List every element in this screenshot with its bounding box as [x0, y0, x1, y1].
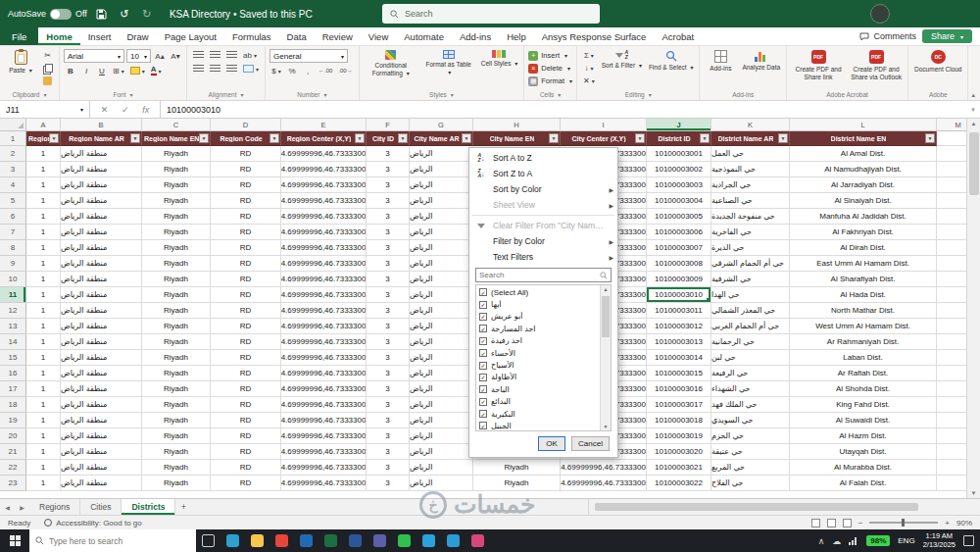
checkbox-checked-icon[interactable]: ✓	[479, 313, 487, 321]
sheet-tab-cities[interactable]: Cities	[80, 499, 122, 515]
format-cells-button[interactable]: ▦Format▾	[528, 75, 572, 87]
taskbar-app-folder[interactable]	[245, 534, 270, 547]
cell[interactable]: منطقة الرياض	[61, 240, 142, 256]
zoom-level[interactable]: 90%	[956, 519, 972, 527]
cell[interactable]: Riyadh	[142, 428, 211, 444]
cell[interactable]: 3	[367, 381, 410, 397]
cell[interactable]: 3	[367, 476, 410, 491]
cell[interactable]: [24.69999996,46.73333003]	[281, 303, 367, 319]
cell[interactable]: الرياض	[410, 476, 473, 491]
cell[interactable]: RD	[211, 476, 281, 491]
new-sheet-button[interactable]: +	[175, 499, 191, 515]
column-header-c[interactable]: C	[142, 119, 211, 131]
clear-button[interactable]: ✕▾	[581, 75, 597, 86]
taskbar-app-outlook[interactable]	[294, 534, 318, 547]
cell[interactable]: 1	[26, 146, 61, 162]
bold-button[interactable]: B	[64, 65, 77, 76]
insert-function-icon[interactable]: fx	[142, 105, 149, 115]
filter-value-item[interactable]: ✓الأطاولة	[477, 372, 599, 383]
cell[interactable]: 1	[26, 460, 61, 476]
vertical-scrollbar[interactable]: ▲▼	[966, 119, 980, 498]
wifi-icon[interactable]	[849, 537, 858, 545]
cell[interactable]: Al Shohda Dist.	[790, 381, 937, 397]
taskbar-app-chrome[interactable]	[270, 534, 294, 547]
notification-center-icon[interactable]	[963, 535, 974, 546]
share-button[interactable]: Share▾	[922, 29, 972, 43]
align-right-button[interactable]	[224, 63, 239, 75]
cell[interactable]: 3	[367, 256, 410, 272]
align-middle-button[interactable]	[208, 49, 222, 61]
cell[interactable]: [24.69999996,46.73333003]	[561, 460, 647, 476]
formula-input[interactable]: 10100003010	[161, 101, 966, 118]
cell[interactable]: 3	[367, 146, 410, 162]
addins-button[interactable]: Add-ins	[704, 49, 737, 74]
checkbox-checked-icon[interactable]: ✓	[479, 301, 487, 309]
filter-button[interactable]: ▼	[700, 133, 710, 143]
conditional-formatting-button[interactable]: Conditional Formatting ▾	[364, 49, 418, 78]
cell[interactable]: منطقة الرياض	[61, 397, 142, 413]
cell[interactable]: منطقة الرياض	[61, 272, 142, 287]
taskbar-app-edge[interactable]	[220, 534, 245, 547]
cell[interactable]: Utayqah Dist.	[790, 444, 937, 460]
ribbon-tab-add-ins[interactable]: Add-ins	[452, 27, 499, 45]
decrease-decimal-button[interactable]: .00→	[336, 65, 354, 76]
cell[interactable]: 3	[367, 272, 410, 287]
cell[interactable]: RD	[211, 397, 281, 413]
filter-value-item[interactable]: ✓الأسياح	[477, 359, 599, 371]
ribbon-tab-page-layout[interactable]: Page Layout	[157, 27, 224, 45]
cell[interactable]: منطقة الرياض	[61, 162, 142, 177]
column-header-g[interactable]: G	[410, 119, 473, 131]
font-size-select[interactable]: 10▾	[126, 49, 151, 63]
format-as-table-button[interactable]: Format as Table ▾	[421, 49, 476, 77]
vertical-scroll-thumb[interactable]	[969, 132, 979, 195]
cell[interactable]: Al Namudhajiyah Dist.	[790, 162, 937, 177]
cell[interactable]: [24.69999996,46.73333003]	[281, 225, 367, 240]
underline-button[interactable]: U	[95, 65, 109, 76]
name-box[interactable]: J11▾	[0, 101, 90, 118]
cell[interactable]: الرياض	[410, 460, 473, 476]
font-color-button[interactable]: A▾	[149, 65, 164, 76]
cell[interactable]: [24.69999996,46.73333003]	[281, 162, 367, 177]
cell[interactable]: Ar Rafiah Dist.	[790, 366, 937, 381]
column-header-b[interactable]: B	[61, 119, 142, 131]
taskbar-search-input[interactable]	[49, 536, 190, 546]
cell[interactable]: Riyadh	[142, 256, 211, 272]
number-format-select[interactable]: General▾	[270, 49, 348, 63]
cell[interactable]: الرياض	[410, 256, 473, 272]
autosave-toggle[interactable]: AutoSave Off	[8, 9, 87, 20]
increase-font-icon[interactable]: A▴	[153, 50, 167, 62]
column-header-a[interactable]: A	[26, 119, 61, 131]
italic-button[interactable]: I	[79, 65, 93, 76]
cell[interactable]: 3	[367, 413, 410, 428]
filter-scroll-thumb[interactable]	[602, 296, 610, 337]
text-filters[interactable]: Text Filters▶	[469, 249, 617, 265]
cell[interactable]: 1	[26, 272, 61, 287]
filter-button[interactable]: ▼	[355, 133, 365, 143]
column-header-d[interactable]: D	[211, 119, 281, 131]
cell[interactable]: منطقة الرياض	[61, 444, 142, 460]
cell[interactable]: [24.69999996,46.73333003]	[281, 209, 367, 225]
ribbon-tab-automate[interactable]: Automate	[396, 27, 452, 45]
cell[interactable]: Riyadh	[142, 381, 211, 397]
sheet-tab-regions[interactable]: Regions	[29, 499, 80, 515]
cell[interactable]: حي أم الحمام الشرقي	[711, 256, 790, 272]
cell[interactable]: RD	[211, 225, 281, 240]
cell[interactable]: RD	[211, 381, 281, 397]
cell[interactable]: RD	[211, 256, 281, 272]
row-header-21[interactable]: 21	[0, 444, 26, 460]
row-header-2[interactable]: 2	[0, 146, 26, 162]
column-header-i[interactable]: I	[561, 119, 647, 131]
cell[interactable]: [24.69999996,46.73333003]	[281, 334, 367, 350]
cell[interactable]: حي النموذجية	[711, 162, 790, 177]
checkbox-checked-icon[interactable]: ✓	[479, 410, 487, 418]
cell[interactable]: الرياض	[410, 413, 473, 428]
analyze-data-button[interactable]: Analyze Data	[740, 49, 782, 73]
cell[interactable]: الرياض	[410, 240, 473, 256]
cell[interactable]: [24.69999996,46.73333003]	[281, 193, 367, 209]
cell[interactable]: الرياض	[410, 146, 473, 162]
tray-expand-icon[interactable]: ∧	[818, 536, 825, 546]
cell[interactable]: 10100003001	[647, 146, 711, 162]
cell[interactable]: حي الفاخرية	[711, 225, 790, 240]
delete-cells-button[interactable]: ×Delete▾	[528, 62, 570, 75]
filter-value-item[interactable]: ✓البدائع	[477, 396, 599, 408]
